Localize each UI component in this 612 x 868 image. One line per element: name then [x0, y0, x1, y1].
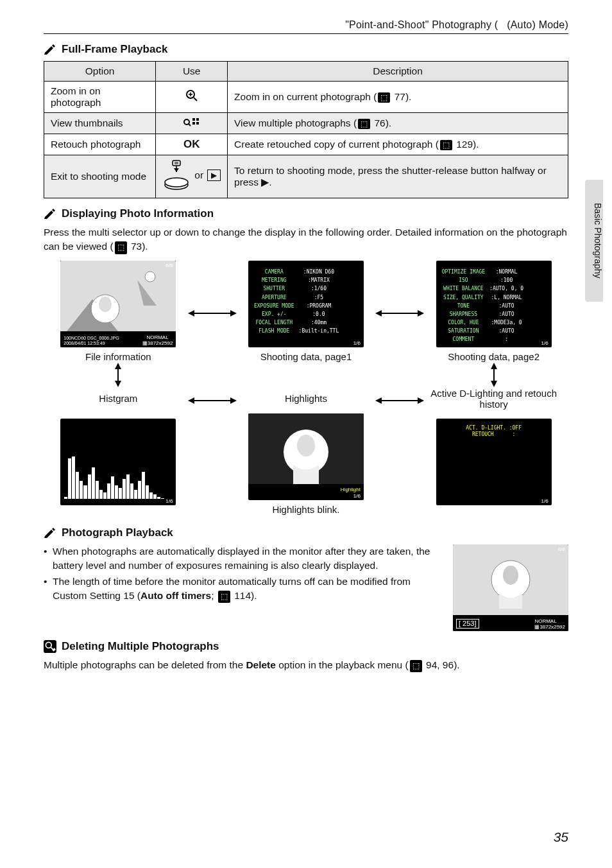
pencil-icon — [44, 209, 56, 219]
footer-line1: 100NCD60 DSC_0006.JPG — [64, 336, 119, 341]
desc-post: ). — [386, 117, 391, 128]
footer: 1/6 — [541, 498, 548, 504]
arrow-vert-icon — [44, 362, 193, 388]
th-use: Use — [156, 62, 228, 82]
table-row: Zoom in on photograph Zoom in on current… — [44, 82, 568, 113]
diagram-row-bottom: 1/6 Highlight 1/6 Highlights blink. ACT.… — [44, 413, 568, 515]
diagram-row-mid: Histgram Highlights Active D-Lighting an… — [44, 388, 568, 410]
cell-use — [156, 113, 228, 134]
cell-use: OK — [156, 134, 228, 155]
arrow-vert-icon — [419, 362, 568, 388]
shoot2-data: OPTIMIZE IMAGE:NORMALISO:100WHITE BALANC… — [436, 261, 552, 347]
section-fullframe-title: Full-Frame Playback — [44, 43, 568, 56]
shoot2-panel: OPTIMIZE IMAGE:NORMALISO:100WHITE BALANC… — [419, 261, 568, 362]
screen-adl: ACT. D-LIGHT. :OFF RETOUCH : 1/6 — [436, 419, 552, 505]
cell-desc: View multiple photographs (⬚ 76). — [228, 113, 568, 134]
svg-point-16 — [165, 178, 188, 187]
diagram-row-top: 6/6 100NCD60 DSC_0006.JPG 2008/04/01 12:… — [44, 261, 568, 362]
ref-icon: ⬚ — [410, 660, 422, 672]
highlights-caption: Highlights blink. — [232, 504, 381, 515]
pencil-icon — [44, 528, 56, 538]
body-ref: 73 — [131, 241, 142, 252]
cell-desc: Zoom in on current photograph (⬚ 77). — [228, 82, 568, 113]
ref-icon: ⬚ — [218, 591, 230, 603]
svg-point-23 — [99, 297, 112, 312]
svg-rect-8 — [192, 122, 195, 125]
histogram-panel: 1/6 — [44, 419, 193, 509]
table-row: View thumbnails View multiple photograph… — [44, 113, 568, 134]
section-playback-title: Photograph Playback — [44, 526, 568, 539]
label-shoot2: Shooting data, page2 — [419, 351, 568, 362]
ok-button-label: OK — [183, 138, 200, 150]
side-tab-label: Basic Photography — [593, 203, 603, 279]
thumbnail-icon — [183, 118, 200, 129]
play-button-icon: ▶ — [207, 169, 221, 181]
cell-use: or ▶ — [156, 155, 228, 198]
label-shoot1: Shooting data, page1 — [232, 351, 381, 362]
desc-ref: 77 — [395, 91, 405, 102]
svg-point-26 — [297, 435, 315, 456]
cell-option: Retouch photograph — [44, 134, 156, 155]
body-ref: 94, 96 — [426, 659, 454, 670]
highlight-label: Highlight — [341, 487, 361, 492]
breadcrumb-text: "Point-and-Shoot" Photography ( (Auto) M… — [345, 19, 568, 30]
th-option: Option — [44, 62, 156, 82]
ref: 114 — [234, 590, 251, 601]
shutter-icon: or ▶ — [162, 159, 221, 191]
footer: 1/6 — [166, 498, 173, 504]
section-title-text: Deleting Multiple Photographs — [62, 640, 219, 653]
screen-shoot2: OPTIMIZE IMAGE:NORMALISO:100WHITE BALANC… — [436, 261, 552, 347]
battery-frames: [ 253] — [456, 619, 479, 629]
pencil-icon — [44, 44, 56, 55]
table-row: Exit to shooting mode or ▶ To return to … — [44, 155, 568, 198]
body-pre: Multiple photographs can be deleted from… — [44, 659, 246, 670]
list-item: The length of time before the monitor au… — [44, 575, 568, 602]
body-post: ). — [142, 241, 148, 252]
screen-histogram: 1/6 — [60, 419, 176, 505]
label-highlights: Highlights — [232, 393, 381, 404]
ref-icon: ⬚ — [378, 92, 390, 103]
section-title-text: Displaying Photo Information — [62, 207, 214, 220]
histogram-bars — [64, 454, 172, 499]
counter: 6/6 — [166, 263, 173, 268]
svg-point-20 — [145, 272, 155, 282]
adl-text: ACT. D-LIGHT. :OFF RETOUCH : — [436, 419, 552, 439]
magnify-plus-icon — [185, 93, 198, 104]
cell-desc: To return to shooting mode, press the sh… — [228, 155, 568, 198]
page-number: 35 — [554, 829, 568, 845]
side-tab: Basic Photography — [585, 180, 603, 302]
label-file-info: File information — [44, 351, 193, 362]
svg-line-5 — [189, 124, 191, 126]
footer: 1/6 — [353, 340, 361, 346]
highlights-panel: Highlight 1/6 Highlights blink. — [232, 413, 381, 515]
arrow-bi-icon — [380, 395, 419, 406]
section-displaying-title: Displaying Photo Information — [44, 207, 568, 220]
footer-right: NORMAL ▦3872x2592 — [534, 618, 565, 630]
cell-use — [156, 82, 228, 113]
arrow-bi-icon — [380, 308, 419, 319]
breadcrumb: "Point-and-Shoot" Photography ( (Auto) M… — [44, 19, 568, 34]
options-table: Option Use Description Zoom in on photog… — [44, 61, 568, 198]
section2-body: Press the multi selector up or down to c… — [44, 225, 568, 254]
shoot1-panel: CAMERA:NIKON D60METERING:MATRIXSHUTTER:1… — [232, 261, 381, 362]
quickref-icon — [44, 641, 56, 652]
svg-point-4 — [184, 119, 189, 125]
cell-desc: Create retouched copy of current photogr… — [228, 134, 568, 155]
bold-text: Delete — [246, 659, 276, 670]
svg-rect-6 — [192, 118, 195, 121]
body-post: ). — [454, 659, 459, 670]
desc-post: ). — [473, 139, 479, 150]
screen-file-info: 6/6 100NCD60 DSC_0006.JPG 2008/04/01 12:… — [60, 261, 176, 347]
cell-option: Zoom in on photograph — [44, 82, 156, 113]
desc-text: To return to shooting mode, press the sh… — [234, 165, 547, 187]
section-title-text: Full-Frame Playback — [62, 43, 167, 56]
svg-rect-9 — [196, 122, 199, 125]
screen-highlights: Highlight 1/6 — [248, 413, 364, 500]
th-description: Description — [228, 62, 568, 82]
file-info-panel: 6/6 100NCD60 DSC_0006.JPG 2008/04/01 12:… — [44, 261, 193, 362]
desc-post: ). — [405, 91, 411, 102]
arrow-bi-icon — [193, 308, 232, 319]
footer: 1/6 — [353, 493, 361, 499]
footer-line2: 2008/04/01 12:53:49 — [64, 341, 105, 346]
ref-icon: ⬚ — [115, 241, 127, 254]
